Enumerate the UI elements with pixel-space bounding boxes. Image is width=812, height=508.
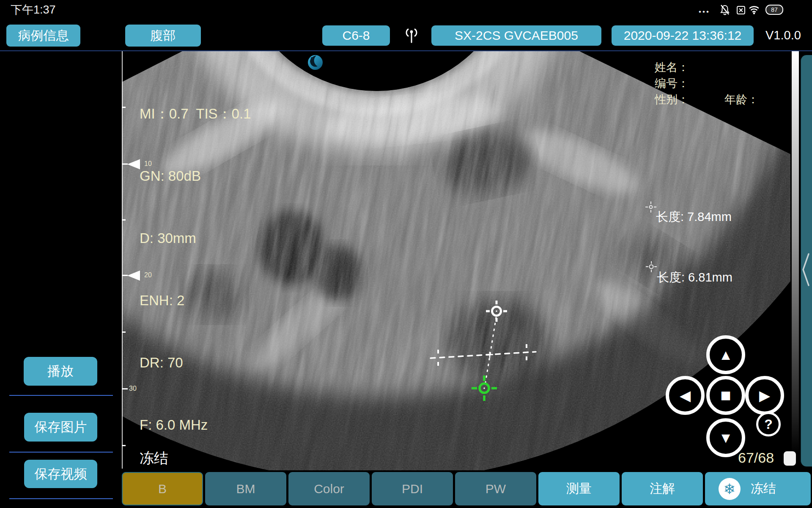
device-id-label: SX-2CS GVCAEB005 — [455, 28, 578, 43]
drawer-chevron-icon[interactable] — [801, 253, 811, 288]
patient-gender-label: 性别： — [655, 91, 689, 108]
ruler-tick — [122, 388, 128, 389]
tab-bm-label: BM — [236, 482, 255, 496]
depth-ruler — [122, 51, 123, 469]
save-image-label: 保存图片 — [35, 418, 87, 436]
ruler-label-30: 30 — [129, 385, 137, 392]
patient-age-label: 年龄： — [724, 91, 759, 108]
preset-label: 腹部 — [151, 27, 176, 44]
battery-icon: 87 — [765, 5, 783, 15]
param-enhance: ENH: 2 — [140, 290, 251, 311]
ruler-tick — [122, 445, 126, 446]
freeze-status-text: 冻结 — [140, 449, 168, 468]
question-mark-icon: ? — [764, 417, 773, 432]
tab-measure[interactable]: 测量 — [538, 472, 620, 505]
tab-b-mode[interactable]: B — [122, 472, 203, 505]
status-time: 下午1:37 — [11, 2, 56, 17]
probe-label: C6-8 — [342, 28, 370, 43]
play-button[interactable]: 播放 — [24, 357, 97, 386]
tab-annotate[interactable]: 注解 — [622, 472, 703, 505]
ruler-tick — [122, 219, 126, 221]
tab-annotate-label: 注解 — [650, 480, 675, 497]
datetime-label: 2020-09-22 13:36:12 — [624, 28, 742, 43]
device-id-button[interactable]: SX-2CS GVCAEB005 — [431, 25, 601, 46]
probe-button[interactable]: C6-8 — [322, 25, 390, 46]
param-dynamic-range: DR: 70 — [140, 352, 251, 373]
ruler-tick — [122, 275, 128, 276]
patient-info: 姓名： 编号： 性别： 年龄： — [655, 59, 689, 108]
tab-bm-mode[interactable]: BM — [205, 472, 286, 505]
save-image-button[interactable]: 保存图片 — [24, 413, 97, 442]
dpad-right-button[interactable]: ▶ — [745, 376, 784, 415]
save-video-label: 保存视频 — [35, 465, 87, 483]
measurement-1-label: 长度: 7.84mm — [656, 209, 732, 226]
patient-id-label: 编号： — [655, 75, 689, 91]
snowflake-icon: ❄ — [719, 478, 741, 500]
ruler-tick — [122, 163, 128, 165]
caliper-endpoint-green[interactable] — [472, 375, 497, 401]
measurement-2-label: 长度: 6.81mm — [657, 269, 732, 286]
sidebar-divider — [9, 498, 113, 499]
caliper-line-horizontal — [431, 344, 536, 366]
param-gain: GN: 80dB — [140, 166, 251, 186]
tab-color-mode[interactable]: Color — [288, 472, 370, 505]
more-notifications-icon: ••• — [699, 8, 710, 16]
ultrasound-app-screen: 下午1:37 ••• 87 病例信息 腹部 C6-8 SX-2CS G — [0, 0, 812, 508]
sidebar-divider — [9, 395, 113, 396]
sim-missing-icon — [736, 5, 746, 17]
play-label: 播放 — [47, 362, 74, 380]
tab-measure-label: 测量 — [566, 480, 592, 497]
stop-square-icon: ■ — [720, 387, 731, 404]
dpad-left-button[interactable]: ◀ — [666, 376, 705, 415]
save-video-button[interactable]: 保存视频 — [24, 460, 97, 488]
ruler-marker-triangle — [127, 271, 140, 281]
left-arrow-icon: ◀ — [680, 388, 691, 403]
tab-pw-label: PW — [486, 482, 506, 496]
patient-name-label: 姓名： — [655, 59, 689, 75]
grayscale-bar — [792, 51, 799, 454]
tab-color-label: Color — [314, 482, 344, 496]
ruler-tick — [122, 107, 126, 108]
bell-muted-icon — [720, 4, 730, 17]
case-info-button[interactable]: 病例信息 — [6, 25, 80, 47]
preset-button[interactable]: 腹部 — [125, 25, 201, 47]
caliper-endpoint-white[interactable] — [486, 301, 507, 322]
tab-pdi-label: PDI — [402, 482, 423, 496]
param-mi-tis: MI：0.7 TIS：0.1 — [140, 103, 251, 124]
wireless-probe-icon — [404, 25, 419, 47]
ruler-tick — [122, 331, 126, 333]
dpad-up-button[interactable]: ▲ — [706, 335, 745, 374]
case-info-label: 病例信息 — [18, 27, 69, 44]
dpad-center-button[interactable]: ■ — [706, 376, 745, 415]
measure-2-marker — [646, 261, 657, 272]
battery-percent: 87 — [771, 6, 778, 13]
acquisition-params: MI：0.7 TIS：0.1 GN: 80dB D: 30mm ENH: 2 D… — [140, 62, 251, 477]
freeze-button-label: 冻结 — [751, 480, 776, 497]
right-arrow-icon: ▶ — [759, 388, 770, 403]
tab-pdi-mode[interactable]: PDI — [372, 472, 453, 505]
datetime-button[interactable]: 2020-09-22 13:36:12 — [612, 25, 754, 46]
help-button[interactable]: ? — [756, 412, 781, 436]
param-frequency: F: 6.0 MHz — [140, 414, 251, 435]
brand-logo-icon — [307, 55, 323, 72]
sidebar-divider — [9, 452, 113, 453]
freeze-button[interactable]: ❄ 冻结 — [705, 472, 811, 505]
down-arrow-icon: ▼ — [719, 431, 733, 445]
tab-pw-mode[interactable]: PW — [455, 472, 536, 505]
wifi-icon — [749, 5, 760, 17]
up-arrow-icon: ▲ — [719, 348, 733, 362]
param-depth: D: 30mm — [140, 228, 251, 248]
frame-counter: 67/68 — [738, 450, 774, 466]
measure-1-marker — [645, 202, 656, 213]
grayscale-bar-handle[interactable] — [784, 451, 796, 466]
ruler-marker-triangle — [127, 159, 140, 169]
app-version: V1.0.0 — [765, 28, 801, 42]
tab-b-label: B — [158, 482, 167, 496]
caliper-line-vertical — [486, 318, 496, 382]
